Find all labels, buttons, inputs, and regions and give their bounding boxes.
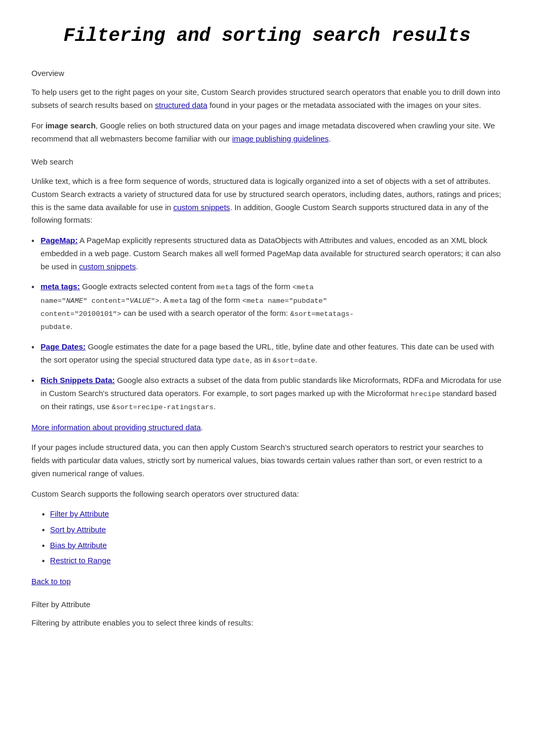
rich-snippets-link[interactable]: Rich Snippets Data: <box>41 376 115 385</box>
web-search-paragraph: Unlike text, which is a free form sequen… <box>31 175 503 227</box>
code-meta-4: meta <box>170 297 187 305</box>
meta-tags-link[interactable]: meta tags: <box>41 282 80 291</box>
meta-text-6: . <box>70 322 72 331</box>
bullet1-end: . <box>136 262 138 271</box>
code-date-2: &sort=date <box>273 357 315 365</box>
image-search-bold: image search <box>46 121 96 130</box>
bullet-item-pagemap: • PageMap: A PageMap explicitly represen… <box>31 234 503 273</box>
structured-data-link[interactable]: structured data <box>155 101 207 109</box>
back-to-top-container: Back to top <box>31 575 503 588</box>
bullet-content-pagemap: PageMap: A PageMap explicitly represents… <box>41 234 503 273</box>
list-item-restrict: Restrict to Range <box>42 554 503 568</box>
filter-paragraph-1: Filtering by attribute enables you to se… <box>31 617 503 630</box>
operator-list: Filter by Attribute Sort by Attribute Bi… <box>42 508 503 567</box>
page-dates-text-3: . <box>315 355 317 364</box>
bullet-dot-2: • <box>31 280 35 294</box>
code-meta-1: meta <box>217 283 233 291</box>
page-title: Filtering and sorting search results <box>31 21 503 51</box>
filter-attribute-link[interactable]: Filter by Attribute <box>50 508 109 520</box>
web-search-heading: Web search <box>31 156 503 169</box>
code-hrecipe: hrecipe <box>410 390 440 398</box>
bullet-content-rich-snippets: Rich Snippets Data: Google also extracts… <box>41 374 503 413</box>
overview-p2-end: . <box>329 134 331 143</box>
list-item-filter: Filter by Attribute <box>42 508 503 521</box>
more-info-paragraph: More information about providing structu… <box>31 421 503 434</box>
page-dates-link[interactable]: Page Dates: <box>41 342 86 351</box>
back-to-top-link[interactable]: Back to top <box>31 577 71 586</box>
code-sort-recipe: &sort=recipe-ratingstars <box>112 403 214 411</box>
more-info-period: . <box>201 423 203 432</box>
meta-text-4: tag of the form <box>187 295 242 304</box>
overview-paragraph-2: For image search, Google relies on both … <box>31 119 503 146</box>
code-meta-6: content="20100101"> <box>41 310 121 318</box>
list-item-sort: Sort by Attribute <box>42 523 503 537</box>
bias-attribute-link[interactable]: Bias by Attribute <box>50 539 107 552</box>
meta-text-5: can be used with a search operator of th… <box>121 309 291 317</box>
overview-p1-text-end: found in your pages or the metadata asso… <box>207 101 481 109</box>
list-item-bias: Bias by Attribute <box>42 539 503 553</box>
bullet-content-meta: meta tags: Google extracts selected cont… <box>41 280 503 333</box>
code-meta-2: <meta <box>293 283 314 291</box>
code-meta-3: name="NAME" content="VALUE"> <box>41 297 160 305</box>
custom-snippets-link-2[interactable]: custom snippets <box>79 262 136 271</box>
overview-heading: Overview <box>31 67 503 80</box>
page-dates-text-2: , as in <box>250 355 273 364</box>
bullet-item-page-dates: • Page Dates: Google estimates the date … <box>31 341 503 367</box>
bullet-content-page-dates: Page Dates: Google estimates the date fo… <box>41 341 503 367</box>
meta-text-1: Google extracts selected content from <box>80 282 217 291</box>
custom-snippets-link-1[interactable]: custom snippets <box>173 203 230 212</box>
bullet-item-meta-tags: • meta tags: Google extracts selected co… <box>31 280 503 333</box>
sort-attribute-link[interactable]: Sort by Attribute <box>50 523 106 536</box>
filter-section-heading: Filter by Attribute <box>31 598 503 611</box>
meta-text-2: tags of the form <box>233 282 293 291</box>
bullet-item-rich-snippets: • Rich Snippets Data: Google also extrac… <box>31 374 503 413</box>
bullet-dot-3: • <box>31 341 35 354</box>
pagemap-link[interactable]: PageMap: <box>41 236 78 245</box>
bullet-dot-1: • <box>31 234 35 248</box>
more-info-link[interactable]: More information about providing structu… <box>31 423 201 432</box>
bullet-dot-4: • <box>31 374 35 388</box>
code-meta-5: <meta name="pubdate" <box>242 297 327 305</box>
if-pages-paragraph: If your pages include structured data, y… <box>31 441 503 480</box>
overview-paragraph-1: To help users get to the right pages on … <box>31 86 503 112</box>
code-date-1: date <box>233 357 250 365</box>
restrict-range-link[interactable]: Restrict to Range <box>50 554 111 567</box>
meta-text-3: . A <box>159 295 170 304</box>
image-publishing-link[interactable]: image publishing guidelines <box>232 134 328 143</box>
rich-snippets-text-3: . <box>214 402 216 411</box>
custom-search-paragraph: Custom Search supports the following sea… <box>31 488 503 501</box>
overview-p2-for: For <box>31 121 46 130</box>
